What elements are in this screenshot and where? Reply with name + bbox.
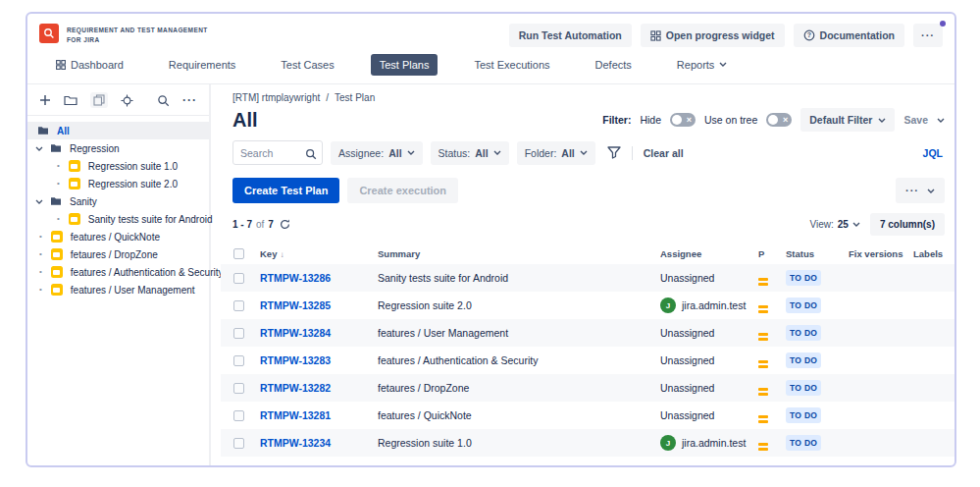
tree-more-icon[interactable]: ··· bbox=[182, 93, 197, 107]
table-row[interactable]: RTMPW-13285 Regression suite 2.0 J jira.… bbox=[221, 292, 954, 319]
issue-key-link[interactable]: RTMPW-13285 bbox=[260, 299, 331, 311]
priority-medium-icon bbox=[758, 326, 786, 341]
tree-item-sanity-tests-android[interactable]: • Sanity tests suite for Android bbox=[27, 210, 209, 228]
status-badge: TO DO bbox=[786, 298, 821, 313]
row-checkbox[interactable] bbox=[233, 355, 244, 366]
pagination-total: 7 bbox=[268, 219, 274, 230]
tree-item-all[interactable]: All bbox=[27, 122, 209, 139]
tree-item-features-auth-security[interactable]: • features / Authentication & Security bbox=[27, 263, 209, 281]
issue-key-link[interactable]: RTMPW-13282 bbox=[260, 382, 331, 394]
column-header-summary[interactable]: Summary bbox=[378, 248, 660, 259]
breadcrumb-current[interactable]: Test Plan bbox=[335, 92, 375, 103]
tab-test-plans[interactable]: Test Plans bbox=[371, 54, 438, 76]
use-on-tree-toggle[interactable] bbox=[766, 113, 792, 127]
chevron-down-icon bbox=[407, 150, 415, 155]
sort-desc-icon: ↓ bbox=[280, 250, 284, 259]
row-checkbox[interactable] bbox=[233, 273, 244, 284]
breadcrumb-project-link[interactable]: [RTM] rtmplaywright bbox=[232, 92, 320, 103]
row-assignee: J jira.admin.test bbox=[660, 298, 758, 313]
default-filter-dropdown[interactable]: Default Filter bbox=[800, 108, 895, 132]
status-badge: TO DO bbox=[786, 352, 821, 368]
tab-defects[interactable]: Defects bbox=[587, 54, 641, 76]
row-checkbox[interactable] bbox=[233, 300, 244, 311]
chevron-down-icon[interactable] bbox=[35, 199, 43, 204]
tree-item-regression-suite-1[interactable]: • Regression suite 1.0 bbox=[27, 157, 209, 175]
tree-item-regression-suite-2[interactable]: • Regression suite 2.0 bbox=[27, 175, 209, 192]
tab-reports[interactable]: Reports bbox=[668, 54, 737, 76]
copy-icon[interactable] bbox=[90, 92, 108, 108]
select-all-checkbox[interactable] bbox=[233, 248, 244, 259]
header-more-button[interactable]: ··· bbox=[913, 24, 943, 47]
breadcrumb: [RTM] rtmplaywright / Test Plan bbox=[232, 92, 945, 103]
more-filters-funnel-icon[interactable] bbox=[607, 146, 621, 159]
column-header-status[interactable]: Status bbox=[786, 248, 849, 259]
tree-item-regression[interactable]: Regression bbox=[27, 139, 209, 157]
test-plans-table: Key↓ Summary Assignee P Status Fix versi… bbox=[221, 243, 954, 457]
documentation-button[interactable]: ? Documentation bbox=[794, 24, 904, 47]
locate-icon[interactable] bbox=[121, 94, 133, 107]
tab-test-executions[interactable]: Test Executions bbox=[465, 54, 558, 76]
tree-item-fetaures-dropzone[interactable]: • fetaures / DropZone bbox=[27, 245, 209, 263]
table-row[interactable]: RTMPW-13282 fetaures / DropZone Unassign… bbox=[221, 374, 954, 402]
table-row[interactable]: RTMPW-13283 features / Authentication & … bbox=[221, 347, 954, 374]
table-row[interactable]: RTMPW-13284 features / User Management U… bbox=[221, 319, 954, 347]
issue-key-link[interactable]: RTMPW-13284 bbox=[260, 327, 331, 339]
tree-item-sanity[interactable]: Sanity bbox=[27, 192, 209, 210]
issue-key-link[interactable]: RTMPW-13283 bbox=[260, 354, 331, 366]
chevron-down-icon[interactable] bbox=[35, 146, 43, 151]
refresh-icon[interactable] bbox=[280, 219, 290, 230]
save-dropdown-chevron-icon[interactable] bbox=[937, 118, 945, 123]
column-header-labels[interactable]: Labels bbox=[913, 248, 954, 259]
divider bbox=[632, 146, 633, 160]
table-row[interactable]: RTMPW-13281 features / QuickNote Unassig… bbox=[221, 402, 954, 429]
row-checkbox[interactable] bbox=[233, 383, 244, 394]
folder-filter-dropdown[interactable]: Folder:All bbox=[517, 141, 595, 165]
add-icon[interactable] bbox=[39, 94, 51, 106]
search-icon bbox=[305, 146, 317, 164]
jql-link[interactable]: JQL bbox=[923, 147, 945, 159]
bullet-icon: • bbox=[39, 233, 42, 241]
column-header-assignee[interactable]: Assignee bbox=[660, 248, 758, 259]
assignee-filter-dropdown[interactable]: Assignee:All bbox=[331, 141, 423, 165]
column-header-fix-versions[interactable]: Fix versions bbox=[849, 248, 913, 259]
tree-search-icon[interactable] bbox=[157, 94, 170, 107]
help-circle-icon: ? bbox=[803, 29, 815, 41]
tab-dashboard[interactable]: Dashboard bbox=[47, 54, 132, 76]
priority-medium-icon bbox=[758, 271, 786, 286]
table-row[interactable]: RTMPW-13234 Regression suite 1.0 J jira.… bbox=[221, 429, 954, 457]
table-more-actions-button[interactable]: ··· bbox=[896, 178, 945, 203]
hide-toggle[interactable] bbox=[670, 113, 696, 127]
issue-key-link[interactable]: RTMPW-13281 bbox=[260, 409, 331, 421]
bullet-icon: • bbox=[39, 250, 42, 258]
test-plan-icon bbox=[51, 248, 63, 260]
column-header-key[interactable]: Key↓ bbox=[260, 248, 378, 259]
table-row[interactable]: RTMPW-13286 Sanity tests suite for Andro… bbox=[221, 264, 954, 292]
test-plan-icon bbox=[51, 231, 63, 243]
row-checkbox[interactable] bbox=[233, 438, 244, 449]
tab-test-cases[interactable]: Test Cases bbox=[272, 54, 342, 76]
issue-key-link[interactable]: RTMPW-13286 bbox=[260, 272, 331, 284]
test-plans-main-panel: [RTM] rtmplaywright / Test Plan All Filt… bbox=[211, 84, 954, 465]
view-page-size-dropdown[interactable]: View:25 bbox=[809, 219, 859, 230]
row-checkbox[interactable] bbox=[233, 328, 244, 339]
tree-item-features-quicknote[interactable]: • features / QuickNote bbox=[27, 228, 209, 245]
clear-all-button[interactable]: Clear all bbox=[644, 147, 684, 159]
priority-medium-icon bbox=[758, 298, 786, 313]
columns-button[interactable]: 7 column(s) bbox=[870, 213, 945, 236]
app-header: REQUIREMENT AND TEST MANAGEMENT FOR JIRA… bbox=[27, 14, 954, 84]
open-progress-widget-button[interactable]: Open progress widget bbox=[641, 24, 785, 47]
tree-item-features-user-management[interactable]: • features / User Management bbox=[27, 281, 209, 298]
column-header-priority[interactable]: P bbox=[758, 248, 786, 259]
create-test-plan-button[interactable]: Create Test Plan bbox=[232, 178, 339, 203]
issue-key-link[interactable]: RTMPW-13234 bbox=[260, 437, 331, 449]
status-filter-dropdown[interactable]: Status:All bbox=[431, 141, 509, 165]
run-test-automation-button[interactable]: Run Test Automation bbox=[509, 24, 632, 47]
bullet-icon: • bbox=[39, 286, 42, 294]
create-execution-button[interactable]: Create execution bbox=[347, 178, 458, 203]
tab-requirements[interactable]: Requirements bbox=[160, 54, 244, 76]
row-assignee: Unassigned bbox=[660, 354, 758, 366]
row-checkbox[interactable] bbox=[233, 410, 244, 421]
status-badge: TO DO bbox=[786, 407, 821, 423]
folder-icon[interactable] bbox=[64, 94, 77, 106]
save-filter-button[interactable]: Save bbox=[903, 114, 928, 126]
